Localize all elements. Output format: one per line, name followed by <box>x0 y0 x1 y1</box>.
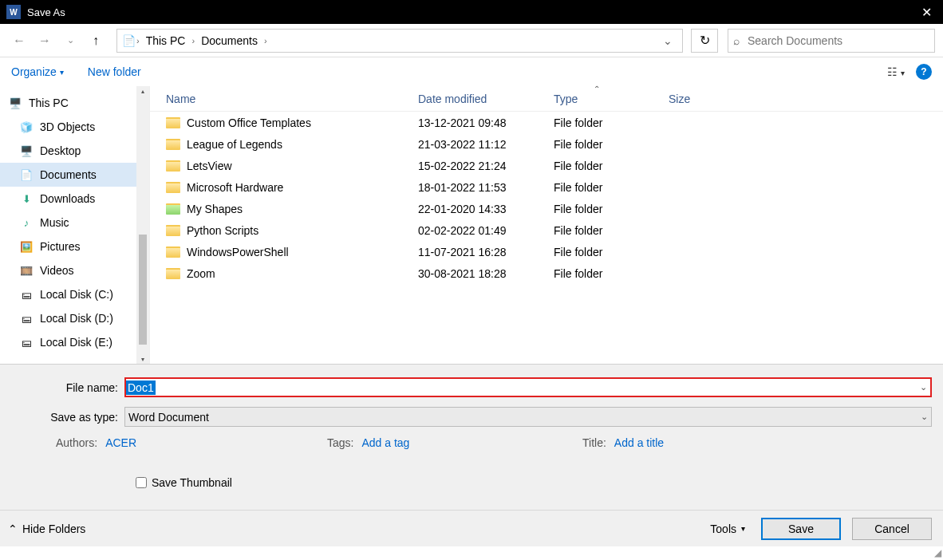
disk-icon: 🖴 <box>19 312 34 325</box>
save-thumbnail-checkbox[interactable] <box>136 477 147 488</box>
search-input[interactable] <box>746 34 929 48</box>
file-type: File folder <box>554 181 669 194</box>
refresh-button[interactable]: ↻ <box>691 29 718 53</box>
file-type: File folder <box>554 160 669 172</box>
column-type[interactable]: ⌃ Type <box>554 93 669 105</box>
up-button[interactable]: ↑ <box>85 30 107 52</box>
footer: ⌃ Hide Folders Tools ▾ Save Cancel ◢ <box>0 510 943 546</box>
nav-label: Downloads <box>40 192 95 205</box>
nav-label: Music <box>40 216 69 229</box>
folder-icon <box>166 225 180 236</box>
chevron-right-icon: › <box>262 36 269 45</box>
hide-folders-button[interactable]: ⌃ Hide Folders <box>8 523 85 535</box>
nav-label: This PC <box>29 97 69 109</box>
chevron-right-icon: › <box>190 36 196 45</box>
tags-label: Tags: <box>327 436 353 449</box>
file-date: 02-02-2022 01:49 <box>418 224 554 237</box>
organize-menu[interactable]: Organize▾ <box>11 65 64 78</box>
file-date: 21-03-2022 11:12 <box>418 138 554 151</box>
search-icon: ⌕ <box>733 34 740 47</box>
folder-icon <box>166 117 180 128</box>
new-folder-button[interactable]: New folder <box>88 65 141 78</box>
nav-desktop[interactable]: 🖥️ Desktop <box>0 139 149 163</box>
file-name-dropdown[interactable]: ⌄ <box>920 382 927 392</box>
scroll-thumb[interactable] <box>139 235 147 345</box>
table-row[interactable]: Custom Office Templates13-12-2021 09:48F… <box>150 112 943 133</box>
tags-value[interactable]: Add a tag <box>361 436 409 449</box>
nav-disk-e[interactable]: 🖴 Local Disk (E:) <box>0 330 149 354</box>
nav-pictures[interactable]: 🖼️ Pictures <box>0 235 149 258</box>
save-button[interactable]: Save <box>761 518 841 540</box>
file-name: LetsView <box>187 160 418 172</box>
file-name: League of Legends <box>187 138 418 151</box>
nav-videos[interactable]: 🎞️ Videos <box>0 258 149 282</box>
file-name: Zoom <box>187 267 418 280</box>
title-value[interactable]: Add a title <box>614 436 664 449</box>
file-date: 18-01-2022 11:53 <box>418 181 554 194</box>
title-label: Title: <box>582 436 606 449</box>
save-inputs: File name: Doc1 ⌄ Save as type: Word Doc… <box>0 364 943 510</box>
nav-disk-d[interactable]: 🖴 Local Disk (D:) <box>0 306 149 330</box>
nav-label: 3D Objects <box>40 120 95 133</box>
help-button[interactable]: ? <box>916 64 932 80</box>
window-title: Save As <box>27 6 917 18</box>
nav-documents[interactable]: 📄 Documents <box>0 163 149 187</box>
file-name: My Shapes <box>187 203 418 215</box>
documents-icon: 📄 <box>19 168 34 181</box>
file-name-value[interactable]: Doc1 <box>126 381 156 395</box>
save-type-label: Save as type: <box>11 411 124 424</box>
table-row[interactable]: My Shapes22-01-2020 14:33File folder <box>150 198 943 219</box>
file-type: File folder <box>554 116 669 129</box>
back-button[interactable]: ← <box>8 30 30 52</box>
table-row[interactable]: League of Legends21-03-2022 11:12File fo… <box>150 133 943 155</box>
chevron-down-icon: ▾ <box>741 524 745 533</box>
table-row[interactable]: LetsView15-02-2022 21:24File folder <box>150 155 943 176</box>
authors-value[interactable]: ACER <box>105 436 136 449</box>
file-list: Name Date modified ⌃ Type Size Custom Of… <box>150 86 943 364</box>
folder-icon <box>166 268 180 279</box>
nav-disk-c[interactable]: 🖴 Local Disk (C:) <box>0 282 149 306</box>
scroll-down-icon[interactable]: ▾ <box>140 356 146 362</box>
tools-menu[interactable]: Tools ▾ <box>710 523 745 535</box>
disk-icon: 🖴 <box>19 336 34 349</box>
downloads-icon: ⬇ <box>19 192 34 205</box>
column-name[interactable]: Name <box>166 93 418 105</box>
close-button[interactable]: ✕ <box>917 5 937 20</box>
scroll-up-icon[interactable]: ▴ <box>140 88 146 94</box>
recent-dropdown[interactable]: ⌄ <box>59 30 81 52</box>
cancel-button[interactable]: Cancel <box>852 518 932 540</box>
column-date[interactable]: Date modified <box>418 93 554 105</box>
breadcrumb-documents[interactable]: Documents <box>196 34 262 47</box>
breadcrumb-this-pc[interactable]: This PC <box>141 34 191 47</box>
folder-icon <box>166 246 180 258</box>
file-type: File folder <box>554 138 669 151</box>
view-options-button[interactable]: ☷ ▾ <box>887 65 905 78</box>
table-row[interactable]: Microsoft Hardware18-01-2022 11:53File f… <box>150 176 943 198</box>
resize-grip-icon[interactable]: ◢ <box>934 547 941 558</box>
chevron-right-icon: › <box>135 36 141 45</box>
table-row[interactable]: Zoom30-08-2021 18:28File folder <box>150 262 943 284</box>
file-type: File folder <box>554 246 669 258</box>
search-box[interactable]: ⌕ <box>728 29 935 53</box>
nav-3d-objects[interactable]: 🧊 3D Objects <box>0 115 149 139</box>
nav-music[interactable]: ♪ Music <box>0 211 149 235</box>
file-name-field[interactable]: Doc1 ⌄ <box>124 377 932 397</box>
file-date: 15-02-2022 21:24 <box>418 160 554 172</box>
nav-downloads[interactable]: ⬇ Downloads <box>0 187 149 211</box>
address-dropdown[interactable]: ⌄ <box>658 34 677 47</box>
file-date: 22-01-2020 14:33 <box>418 203 554 215</box>
save-type-field[interactable]: Word Document ⌄ <box>124 407 932 427</box>
nav-this-pc[interactable]: 🖥️ This PC <box>0 91 149 115</box>
column-size[interactable]: Size <box>669 93 748 105</box>
forward-button[interactable]: → <box>34 30 56 52</box>
toolbar: Organize▾ New folder ☷ ▾ ? <box>0 57 943 86</box>
nav-label: Pictures <box>40 240 81 253</box>
file-name: WindowsPowerShell <box>187 246 418 258</box>
sidebar-scrollbar[interactable]: ▴ ▾ <box>136 86 149 364</box>
save-type-dropdown[interactable]: ⌄ <box>921 412 928 422</box>
address-bar[interactable]: 📄 › This PC › Documents › ⌄ <box>116 29 683 53</box>
table-row[interactable]: Python Scripts02-02-2022 01:49File folde… <box>150 219 943 241</box>
table-row[interactable]: WindowsPowerShell11-07-2021 16:28File fo… <box>150 241 943 262</box>
file-date: 11-07-2021 16:28 <box>418 246 554 258</box>
nav-label: Local Disk (E:) <box>40 336 112 349</box>
